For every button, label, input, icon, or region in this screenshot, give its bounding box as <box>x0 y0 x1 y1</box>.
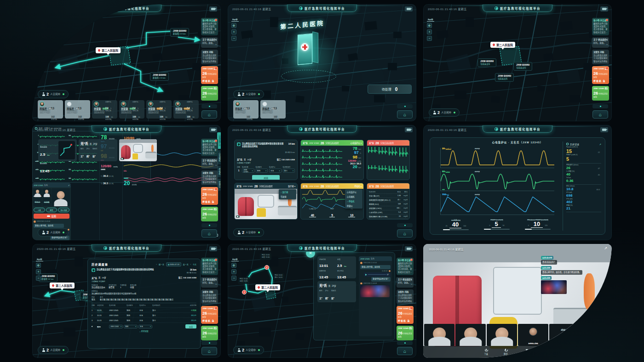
expand-icon[interactable]: ↗ <box>604 246 607 250</box>
message-card[interactable]: 王宁·转运调度中… 好的，谢谢。 <box>397 277 414 288</box>
vehicle-tag[interactable]: JXW-B0060当前未出车 <box>477 58 496 67</box>
participant-video[interactable]: 车内-刘明 <box>42 188 51 197</box>
crew-card[interactable]: 刘亚新任务中 18663712225 18668929232 出勤时长7.0 h… <box>146 100 172 119</box>
screen-dispatch-history[interactable]: 第二人民医院 JXW-B0060距医院 12 km JXW-B0060距医院 1… <box>32 244 221 358</box>
zoom-out-button[interactable]: − <box>231 276 236 281</box>
cabin-dropdown[interactable]: 医疗舱 <box>288 185 295 187</box>
participant-video[interactable]: 车内-刘明 <box>455 324 486 346</box>
video-wall-button[interactable] <box>405 127 413 132</box>
message-card[interactable]: 张小明·外宣通知 1 最新的文件已快递到有关医院，请注意查收，更新相关信息完… <box>201 18 218 35</box>
vent-setting-slider[interactable]: PEEP (cmH₂O) 0550 <box>478 219 515 232</box>
slider-track[interactable] <box>484 229 510 230</box>
sidebar-collapse-button[interactable] <box>201 104 217 108</box>
ecg-machine-card[interactable]: 无*氏 26分钟后送达医院 <box>367 140 410 180</box>
mute-button[interactable]: 静音 <box>504 349 508 356</box>
dispatch-row[interactable]: 111:23JXW 12345李四王五张三已完成 <box>92 308 196 313</box>
participant-video[interactable]: 车内-刘明 <box>424 324 454 346</box>
idle-pill-holder[interactable]: 2 人空闲中 <box>233 346 264 354</box>
alert-card-emergency[interactable]: JXW 12345·急诊 ! 26分钟后到达医院 呼吸机 急 <box>201 187 218 205</box>
locate-button[interactable]: ⊕ <box>427 23 432 28</box>
screen-fleet-map[interactable]: 第二人民医院 JXW-B0060距医院 2.3 km JXW-B0060距医院 … <box>32 4 221 121</box>
menu-item[interactable]: 呼吸机 <box>345 199 362 204</box>
message-card[interactable]: 王宁·转运调度中… 好的，谢谢。 <box>201 158 218 169</box>
crew-card[interactable]: 周福君休息中 1868284866118657779667 出勤时长6.3 h … <box>260 100 286 119</box>
alert-card-emergency[interactable]: JXW 12345·急诊 ! 26分钟后到达医院 呼吸机 急 <box>397 306 414 324</box>
alert-card-transfer[interactable]: JXW 12345·转运 26分钟后送达医院 <box>592 86 609 101</box>
ventilator-card[interactable]: 无*氏JXW 12345 26分钟后送达医院 呼吸机 O₂浓度 (%)40PEE… <box>300 183 364 220</box>
next-day[interactable]: 后一天 <box>183 263 189 266</box>
lab-row[interactable]: 肌酸激酶同工酶 (CK-MB)24mg/dl <box>369 215 408 219</box>
idle-pill-holder[interactable]: 2 人空闲中 <box>38 228 69 237</box>
screen-video-call[interactable]: 2020-06-01 21:40:16 星期五 ↗ 心内·王小明患者状态如何？ … <box>423 244 612 358</box>
idle-pill-holder[interactable]: 2 人空闲中 <box>38 90 69 98</box>
menu-item[interactable]: 医疗舱 <box>279 190 296 194</box>
cabin-video-card[interactable]: 无*氏JXW 12345 26分钟后送达医院 医疗舱 医疗舱 驾驶舱 <box>234 183 298 220</box>
menu-item[interactable]: 心电监护仪 <box>345 190 362 194</box>
next-day-icon[interactable]: › <box>190 263 191 266</box>
participant-ended[interactable]: 已挂断 <box>42 198 51 206</box>
message-card[interactable]: 王宁·转运调度中… 好的，谢谢。 <box>201 37 218 48</box>
screen-trip-detail[interactable]: 1 2 到达 13:05出发 13:40 到达 13:15出发 13:20 到达… <box>228 244 416 358</box>
message-card[interactable]: 张小明·外宣通知 1 最新的文件已快递到有关医院，请注意查收，更新相关信息完… <box>592 18 609 35</box>
patient-card[interactable]: 无*氏男24岁 医生王* 护士韩* 驾驶员张* <box>79 139 117 161</box>
idle-status-pill[interactable]: 2 人空闲中 <box>429 108 460 117</box>
video-wall-button[interactable] <box>209 127 217 132</box>
vent-setting[interactable]: PEEP5 <box>329 208 335 218</box>
message-card[interactable]: 王宁·转运调度中… 好的，谢谢。 <box>592 37 609 48</box>
slider-track[interactable] <box>443 229 469 230</box>
route-marker-1[interactable]: 1 <box>242 290 247 294</box>
dispatch-button[interactable]: 派出 <box>252 175 280 180</box>
vehicle-tag[interactable]: JXW-B0060距医院 2.3 km <box>170 28 189 37</box>
idle-status-pill[interactable]: 2 人空闲中 <box>38 90 69 98</box>
sidebar-collapse-button[interactable] <box>397 104 413 108</box>
video-wall-button[interactable] <box>405 246 413 251</box>
sidebar-collapse-button[interactable] <box>592 104 608 108</box>
video-wall-button[interactable] <box>600 127 608 132</box>
locate-button[interactable]: ⊕ <box>231 23 236 28</box>
crew-card[interactable]: 周福君休息中 18682848661 18657779667 出勤时长6.3 h… <box>38 100 63 119</box>
device-dropdown[interactable]: 呼吸机 <box>354 185 362 187</box>
zoom-in-button[interactable]: + <box>427 29 432 34</box>
doctor-select[interactable]: 李四 <box>256 169 268 173</box>
sidebar-collapse-button[interactable] <box>201 223 217 227</box>
voice-message[interactable]: 12'' <box>364 272 391 277</box>
chat-message[interactable]: 患者心率不齐，血压低，正在进行紧急处理。 <box>541 270 582 275</box>
idle-pill-holder[interactable]: 2 人空闲中 <box>233 228 264 237</box>
home-button[interactable]: ⌂ <box>201 229 217 238</box>
vent-setting-slider[interactable]: O₂浓度 (%) 2140100 <box>437 219 474 232</box>
zoom-out-button[interactable]: − <box>36 276 41 281</box>
route-minimap[interactable] <box>58 141 75 159</box>
hospital-pin[interactable]: 第二人民医院 <box>490 42 515 48</box>
message-card[interactable]: 张小明·外宣通知 1 最新的文件已快递到有关医院，请注意查收，更新相关信息完… <box>397 258 414 275</box>
crew-card[interactable]: 周福君休息中 1868284866118657779667 出勤时长6.3 h … <box>233 100 259 119</box>
stop-video-button[interactable]: 停止视频 <box>523 349 531 356</box>
screen-dispatch-dashboard[interactable]: 2020-06-01 21:40:16 星期五 医疗急救可视化指挥平台 凉山彝族… <box>228 125 416 240</box>
home-button[interactable]: ⌂ <box>397 229 413 238</box>
menu-item[interactable]: 驾驶舱 <box>279 194 296 199</box>
today-button[interactable]: 今天 <box>193 263 196 266</box>
cabin-video-thumb[interactable] <box>119 139 157 161</box>
alert-card-emergency[interactable]: JXW 12345·急诊 ! 26分钟后到达医院 呼吸机 急 <box>592 66 609 84</box>
menu-item[interactable]: 除颤仪 <box>345 204 362 208</box>
participant-avatar[interactable]: 急救科-郑敏 <box>518 324 548 346</box>
home-button[interactable]: ⌂ <box>397 347 413 355</box>
zoom-out-button[interactable]: − <box>231 36 236 41</box>
dispatch-row[interactable]: 211:23JXW 12345李四王五张三进行中 <box>92 313 196 318</box>
menu-item[interactable]: 心电图机 <box>345 194 362 199</box>
self-video[interactable] <box>52 188 70 206</box>
device-dropdown[interactable]: 心电监护仪 <box>351 141 362 144</box>
locate-button[interactable]: ⊕ <box>36 263 41 268</box>
crew-card[interactable]: 刘亚新出车中 18663712225 18668929232 出勤时长7.0 h… <box>92 100 117 119</box>
hospital-pin[interactable]: 第二人民医院 <box>96 47 121 53</box>
mic-down-button[interactable]: 下麦 <box>484 349 489 356</box>
driver-select[interactable]: 张三 <box>283 169 295 173</box>
zoom-in-button[interactable]: + <box>231 269 236 274</box>
participant-video[interactable]: 车内-刘明 <box>487 324 517 346</box>
screen-ventilator-detail[interactable]: 2020-06-01 21:40:16 星期五 医疗急救可视化指挥平台 心电监护… <box>423 125 612 240</box>
crew-card[interactable]: 刘亚新任务中 18663712225 18668929232 出勤时长7.0 h… <box>173 100 199 119</box>
vehicle-select[interactable]: JXW 12345 <box>109 325 123 328</box>
vent-setting[interactable]: O₂浓度 (%)40 <box>309 208 316 218</box>
home-button[interactable]: ⌂ <box>397 110 413 119</box>
chat-message[interactable]: 患者状态如何？ <box>541 260 557 265</box>
message-card[interactable]: 张小明·外宣通知 1 最新的文件已快递到有关医院，请注意查收，更新相关信息完… <box>201 258 218 275</box>
